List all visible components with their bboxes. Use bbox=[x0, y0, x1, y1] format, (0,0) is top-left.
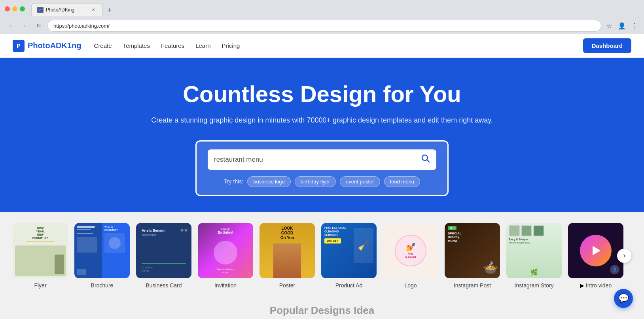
template-logo[interactable]: 💅 NAIL& SALON Logo bbox=[383, 223, 438, 289]
nav-create[interactable]: Create bbox=[94, 42, 112, 49]
nav-features[interactable]: Features bbox=[161, 42, 184, 49]
bottom-section: Popular Designs Idea bbox=[0, 295, 644, 319]
poster-thumb: LOOKGOODOn You bbox=[259, 223, 315, 278]
template-instagram-post[interactable]: 50% SPECIALHealthyMENU 🍲 Instagram Post bbox=[445, 223, 500, 289]
product-ad-thumb: PROFESSIONALCLEANINGSERVICES 25% OFF 🧹 bbox=[321, 223, 377, 278]
instagram-post-thumb: 50% SPECIALHealthyMENU 🍲 bbox=[445, 223, 500, 278]
dashboard-button[interactable]: Dashboard bbox=[583, 38, 631, 53]
invitation-label: Invitation bbox=[214, 282, 237, 289]
product-ad-label: Product Ad bbox=[335, 282, 363, 289]
nav-links: Create Templates Features Learn Pricing bbox=[94, 42, 583, 49]
chat-button[interactable]: 💬 bbox=[614, 289, 633, 308]
browser-titlebar: P PhotoADKing ✕ + bbox=[0, 0, 644, 17]
bottom-hint-text: Popular Designs Idea bbox=[6, 301, 638, 319]
poster-label: Poster bbox=[279, 282, 295, 289]
hero-section: Countless Design for You Create a stunni… bbox=[0, 58, 644, 212]
template-invitation[interactable]: Happy Birthday! Special invitationfor yo… bbox=[198, 223, 253, 289]
templates-grid: NEWYEAR,NEWFURNITURE Flyer bbox=[13, 223, 631, 289]
template-business-card[interactable]: Ariela BensonOptometrist 👓 EYECAREOn You… bbox=[136, 223, 191, 289]
minimize-window-button[interactable] bbox=[12, 6, 17, 11]
template-instagram-story[interactable]: Easy & Simple edit them right away 🌿 Ins… bbox=[506, 223, 562, 289]
hero-title: Countless Design for You bbox=[13, 81, 631, 107]
svg-line-3 bbox=[427, 160, 430, 162]
refresh-button[interactable]: ↻ bbox=[33, 20, 44, 31]
brochure-label: Brochure bbox=[91, 282, 114, 289]
traffic-lights bbox=[5, 6, 25, 11]
browser-toolbar: ‹ › ↻ https://photoadking.com/ ☆ 👤 ⋮ bbox=[0, 17, 644, 34]
template-product-ad[interactable]: PROFESSIONALCLEANINGSERVICES 25% OFF 🧹 P… bbox=[321, 223, 377, 289]
forward-button[interactable]: › bbox=[19, 20, 30, 31]
site-nav: P PhotoADK1ng Create Templates Features … bbox=[0, 34, 644, 58]
flyer-thumb: NEWYEAR,NEWFURNITURE bbox=[13, 223, 68, 278]
tab-title: PhotoADKing bbox=[46, 7, 88, 13]
scroll-next-button[interactable]: › bbox=[617, 249, 631, 263]
suggestion-event-poster[interactable]: event poster bbox=[340, 176, 380, 187]
search-button[interactable] bbox=[421, 154, 430, 165]
logo-icon: P bbox=[13, 40, 25, 52]
suggestion-business-logo[interactable]: business logo bbox=[247, 176, 291, 187]
back-button[interactable]: ‹ bbox=[5, 20, 16, 31]
search-suggestions: Try this: business logo birthday flyer e… bbox=[208, 176, 436, 187]
tab-bar: P PhotoADKing ✕ + bbox=[28, 2, 639, 16]
search-input[interactable] bbox=[214, 156, 421, 164]
flyer-label: Flyer bbox=[34, 282, 46, 289]
logo-text: PhotoADK1ng bbox=[28, 41, 81, 50]
suggestion-birthday-flyer[interactable]: birthday flyer bbox=[295, 176, 336, 187]
business-card-thumb: Ariela BensonOptometrist 👓 EYECAREOn You bbox=[136, 223, 191, 278]
website: P PhotoADK1ng Create Templates Features … bbox=[0, 34, 644, 319]
close-window-button[interactable] bbox=[5, 6, 10, 11]
nav-templates[interactable]: Templates bbox=[123, 42, 150, 49]
url-text: https://photoadking.com/ bbox=[53, 23, 110, 29]
menu-icon[interactable]: ⋮ bbox=[630, 21, 639, 30]
toolbar-icons: ☆ 👤 ⋮ bbox=[604, 21, 639, 30]
nav-pricing[interactable]: Pricing bbox=[222, 42, 240, 49]
templates-section: NEWYEAR,NEWFURNITURE Flyer bbox=[0, 212, 644, 295]
svg-text:P: P bbox=[40, 9, 42, 11]
try-this-label: Try this: bbox=[224, 178, 243, 185]
browser-chrome: P PhotoADKing ✕ + ‹ › ↻ https://photoadk… bbox=[0, 0, 644, 34]
address-bar[interactable]: https://photoadking.com/ bbox=[47, 20, 601, 32]
intro-video-label: Intro video bbox=[586, 282, 612, 289]
logo-label: Logo bbox=[404, 282, 417, 289]
active-tab[interactable]: P PhotoADKing ✕ bbox=[31, 3, 102, 16]
suggestion-food-menu[interactable]: food menu bbox=[384, 176, 420, 187]
template-intro-video[interactable]: 👤 ▶ Intro video bbox=[568, 223, 623, 289]
instagram-post-label: Instagram Post bbox=[454, 282, 491, 289]
nav-learn[interactable]: Learn bbox=[195, 42, 210, 49]
template-brochure[interactable]: What isDIABETES? Brochure bbox=[74, 223, 130, 289]
instagram-story-label: Instagram Story bbox=[515, 282, 554, 289]
intro-video-thumb: 👤 bbox=[568, 223, 623, 278]
logo-thumb: 💅 NAIL& SALON bbox=[383, 223, 438, 278]
template-poster[interactable]: LOOKGOODOn You Poster bbox=[259, 223, 315, 289]
brochure-thumb: What isDIABETES? bbox=[74, 223, 130, 278]
bookmark-icon[interactable]: ☆ bbox=[604, 21, 614, 30]
hero-subtitle: Create a stunning graphic design in minu… bbox=[13, 115, 631, 126]
instagram-story-thumb: Easy & Simple edit them right away 🌿 bbox=[506, 223, 562, 278]
tab-favicon: P bbox=[37, 7, 44, 13]
tab-close-button[interactable]: ✕ bbox=[90, 7, 97, 13]
maximize-window-button[interactable] bbox=[20, 6, 25, 11]
invitation-thumb: Happy Birthday! Special invitationfor yo… bbox=[198, 223, 253, 278]
search-bar bbox=[208, 149, 436, 170]
site-logo[interactable]: P PhotoADK1ng bbox=[13, 40, 81, 52]
search-container: Try this: business logo birthday flyer e… bbox=[195, 140, 449, 196]
templates-scroll-container: NEWYEAR,NEWFURNITURE Flyer bbox=[13, 223, 631, 289]
template-flyer[interactable]: NEWYEAR,NEWFURNITURE Flyer bbox=[13, 223, 68, 289]
business-card-label: Business Card bbox=[146, 282, 182, 289]
new-tab-button[interactable]: + bbox=[104, 5, 115, 16]
account-icon[interactable]: 👤 bbox=[617, 21, 627, 30]
